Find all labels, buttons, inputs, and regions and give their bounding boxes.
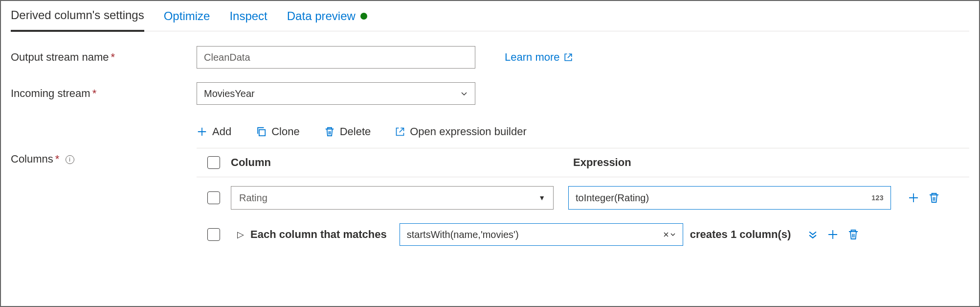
row-checkbox[interactable]	[207, 191, 220, 204]
column-name-select[interactable]: Rating ▼	[231, 186, 554, 210]
output-stream-label: Output stream name*	[11, 51, 197, 64]
expand-toggle[interactable]: ▷	[231, 229, 250, 240]
incoming-stream-label: Incoming stream*	[11, 87, 197, 100]
status-dot-icon	[360, 13, 367, 20]
external-link-icon	[564, 53, 573, 62]
tab-inspect[interactable]: Inspect	[229, 2, 267, 30]
columns-toolbar: Add Clone Delete Open expression builder	[197, 118, 969, 148]
caret-down-icon: ▼	[538, 194, 545, 202]
table-row: Rating ▼ toInteger(Rating) 123	[197, 177, 969, 218]
tabs-bar: Derived column's settings Optimize Inspe…	[11, 1, 969, 31]
delete-row-button[interactable]	[928, 192, 940, 204]
row-checkbox[interactable]	[207, 228, 220, 241]
columns-grid-header: Column Expression	[197, 148, 969, 177]
plus-icon	[197, 126, 207, 137]
expression-header: Expression	[573, 156, 969, 169]
trash-icon	[928, 192, 940, 204]
tab-data-preview-label: Data preview	[287, 9, 356, 23]
add-button[interactable]: Add	[197, 125, 231, 138]
external-link-icon	[395, 127, 405, 137]
type-badge: 123	[871, 194, 884, 202]
delete-button[interactable]: Delete	[324, 125, 371, 138]
tab-settings[interactable]: Derived column's settings	[11, 1, 144, 32]
expand-all-button[interactable]	[807, 229, 818, 240]
plus-icon	[827, 229, 839, 240]
learn-more-link[interactable]: Learn more	[505, 51, 573, 64]
trash-icon	[324, 126, 335, 137]
clone-icon	[256, 126, 267, 137]
select-all-checkbox[interactable]	[207, 156, 220, 169]
tab-optimize[interactable]: Optimize	[164, 2, 210, 30]
output-stream-input[interactable]	[197, 46, 475, 69]
tab-data-preview[interactable]: Data preview	[287, 2, 367, 30]
info-icon[interactable]: i	[66, 155, 74, 164]
add-row-button[interactable]	[827, 229, 839, 240]
chevron-down-icon	[460, 90, 468, 97]
open-expression-builder-button[interactable]: Open expression builder	[395, 125, 526, 138]
clear-dropdown-icon[interactable]	[663, 232, 676, 237]
column-header: Column	[231, 156, 573, 169]
svg-rect-0	[259, 130, 265, 136]
pattern-prefix-label: Each column that matches	[250, 228, 387, 241]
pattern-expression-input[interactable]: startsWith(name,'movies')	[400, 223, 683, 246]
columns-label: Columns* i	[11, 118, 197, 251]
pattern-suffix-label: creates 1 column(s)	[690, 228, 791, 241]
delete-row-button[interactable]	[847, 229, 859, 240]
add-row-button[interactable]	[908, 192, 919, 204]
expression-input[interactable]: toInteger(Rating) 123	[568, 186, 891, 210]
plus-icon	[908, 192, 919, 204]
clone-button[interactable]: Clone	[256, 125, 299, 138]
double-chevron-icon	[807, 229, 818, 240]
pattern-row: ▷ Each column that matches startsWith(na…	[197, 218, 969, 251]
trash-icon	[847, 229, 859, 240]
incoming-stream-select[interactable]: MoviesYear	[197, 82, 475, 105]
